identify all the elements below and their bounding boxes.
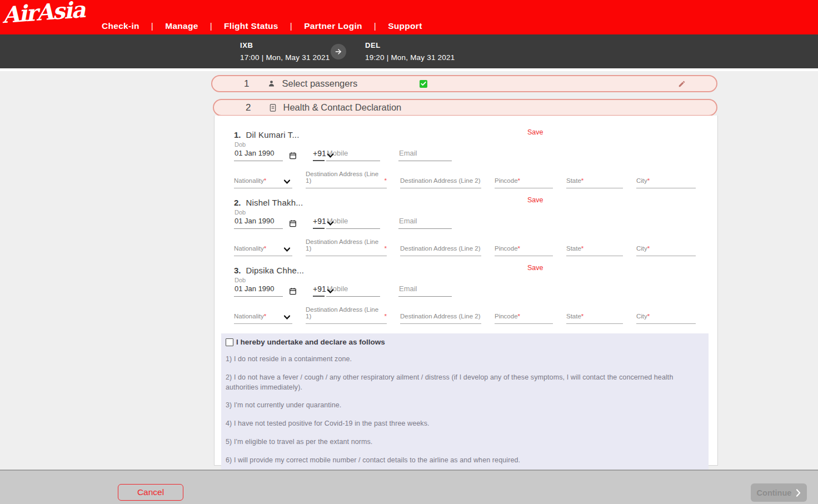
destination-address-2-input[interactable]: Destination Address (Line 2) [400, 177, 481, 188]
required-marker: * [581, 177, 583, 184]
step-select-passengers[interactable]: 1 Select passengers [211, 75, 717, 92]
airasia-logo[interactable]: AirAsia [2, 0, 86, 28]
contact-fields-row: +91 [234, 149, 717, 161]
email-input[interactable] [398, 217, 452, 229]
passenger-name-row: 3. Dipsika Chhe... [234, 266, 717, 275]
required-marker: * [647, 245, 650, 252]
declaration-title: I hereby undertake and declare as follow… [236, 338, 385, 346]
step-label: Select passengers [282, 78, 357, 89]
passenger-name: Dil Kumari T... [246, 130, 300, 139]
edit-pencil-icon[interactable] [678, 80, 686, 88]
nav-separator: | [151, 21, 153, 31]
calendar-icon[interactable] [289, 287, 297, 295]
chevron-down-icon [284, 247, 290, 252]
city-placeholder: City [636, 177, 647, 184]
dest1-placeholder: Destination Address (Line 1) [306, 306, 385, 320]
required-marker: * [385, 245, 387, 252]
nav-item-support[interactable]: Support [388, 21, 422, 31]
state-input[interactable]: State* [566, 177, 623, 188]
nav-item-manage[interactable]: Manage [165, 21, 198, 31]
required-marker: * [264, 177, 266, 184]
calendar-icon[interactable] [289, 219, 297, 227]
passenger-block-1: 1. Dil Kumari T... Save Dob +91 National [234, 130, 717, 188]
email-input[interactable] [398, 149, 452, 161]
pincode-input[interactable]: Pincode* [495, 177, 553, 188]
state-placeholder: State [566, 313, 581, 320]
address-fields-row: Nationality* Destination Address (Line 1… [234, 306, 717, 324]
pincode-input[interactable]: Pincode* [495, 245, 553, 256]
dest2-placeholder: Destination Address (Line 2) [400, 245, 480, 252]
mobile-input[interactable] [326, 285, 380, 297]
destination-address-2-input[interactable]: Destination Address (Line 2) [400, 245, 481, 256]
chevron-down-icon[interactable] [327, 221, 333, 226]
declaration-item: 2) I do not have a fever / cough / any o… [226, 373, 702, 393]
origin-segment: IXB 17:00 | Mon, May 31 2021 [240, 41, 330, 62]
declaration-item: 3) I'm not currently under quarantine. [226, 401, 702, 411]
destination-address-1-input[interactable]: Destination Address (Line 1)* [306, 171, 387, 188]
passenger-index: 1. [234, 130, 241, 139]
continue-label: Continue [757, 488, 792, 497]
passenger-name-row: 2. Nishel Thakh... [234, 198, 717, 207]
chevron-down-icon[interactable] [327, 289, 333, 293]
declaration-item: 5) I'm eligible to travel as per the ext… [226, 437, 702, 447]
destination-address-1-input[interactable]: Destination Address (Line 1)* [306, 306, 387, 324]
dob-input[interactable] [234, 149, 283, 161]
city-input[interactable]: City* [636, 313, 696, 324]
address-fields-row: Nationality* Destination Address (Line 1… [234, 238, 717, 256]
dob-label: Dob [235, 141, 717, 148]
arrow-right-icon [331, 44, 346, 59]
save-button[interactable]: Save [527, 196, 543, 204]
nav-item-checkin[interactable]: Check-in [102, 21, 139, 31]
address-fields-row: Nationality* Destination Address (Line 1… [234, 171, 717, 188]
nav-item-flight-status[interactable]: Flight Status [224, 21, 278, 31]
nationality-placeholder: Nationality [234, 245, 264, 252]
step-number: 2 [246, 102, 251, 113]
nationality-select[interactable]: Nationality* [234, 177, 292, 188]
passenger-name-row: 1. Dil Kumari T... [234, 130, 717, 139]
passenger-index: 2. [234, 198, 241, 207]
city-input[interactable]: City* [636, 177, 696, 188]
city-input[interactable]: City* [636, 245, 696, 256]
dob-input[interactable] [234, 217, 283, 229]
destination-address-1-input[interactable]: Destination Address (Line 1)* [306, 238, 387, 256]
calendar-icon[interactable] [289, 152, 297, 159]
dest1-placeholder: Destination Address (Line 1) [306, 171, 385, 184]
dob-label: Dob [235, 277, 717, 283]
city-placeholder: City [636, 245, 647, 252]
state-input[interactable]: State* [566, 245, 623, 256]
origin-datetime: 17:00 | Mon, May 31 2021 [240, 53, 330, 62]
save-button[interactable]: Save [527, 264, 543, 272]
pincode-input[interactable]: Pincode* [495, 313, 553, 324]
chevron-down-icon[interactable] [327, 153, 333, 158]
state-input[interactable]: State* [566, 313, 623, 324]
required-marker: * [264, 245, 266, 252]
destination-address-2-input[interactable]: Destination Address (Line 2) [400, 313, 481, 324]
nationality-select[interactable]: Nationality* [234, 245, 292, 256]
required-marker: * [647, 177, 650, 184]
person-icon [268, 80, 275, 87]
nav-item-partner-login[interactable]: Partner Login [304, 21, 362, 31]
pincode-placeholder: Pincode [495, 245, 518, 252]
main-nav: Check-in | Manage | Flight Status | Part… [102, 21, 422, 31]
required-marker: * [385, 313, 387, 320]
country-code-select[interactable]: +91 [313, 217, 325, 229]
declaration-item: 1) I do not reside in a containment zone… [226, 355, 702, 365]
continue-button[interactable]: Continue [751, 483, 807, 502]
required-marker: * [264, 313, 266, 320]
email-input[interactable] [398, 285, 452, 297]
declaration-box: I hereby undertake and declare as follow… [221, 333, 709, 490]
dob-input[interactable] [234, 285, 283, 297]
cancel-button[interactable]: Cancel [118, 484, 183, 501]
country-code-select[interactable]: +91 [313, 149, 325, 161]
declaration-checkbox[interactable] [226, 338, 233, 346]
mobile-input[interactable] [326, 217, 380, 229]
save-button[interactable]: Save [527, 128, 543, 136]
step-health-declaration[interactable]: 2 Health & Contact Declaration [213, 99, 717, 116]
nav-separator: | [290, 21, 292, 31]
nationality-select[interactable]: Nationality* [234, 313, 292, 324]
dob-label: Dob [235, 209, 717, 216]
contact-fields-row: +91 [234, 285, 717, 297]
country-code-select[interactable]: +91 [313, 285, 325, 297]
main-content: 1 Select passengers 2 Health & Contact D… [0, 68, 818, 470]
mobile-input[interactable] [326, 149, 380, 161]
